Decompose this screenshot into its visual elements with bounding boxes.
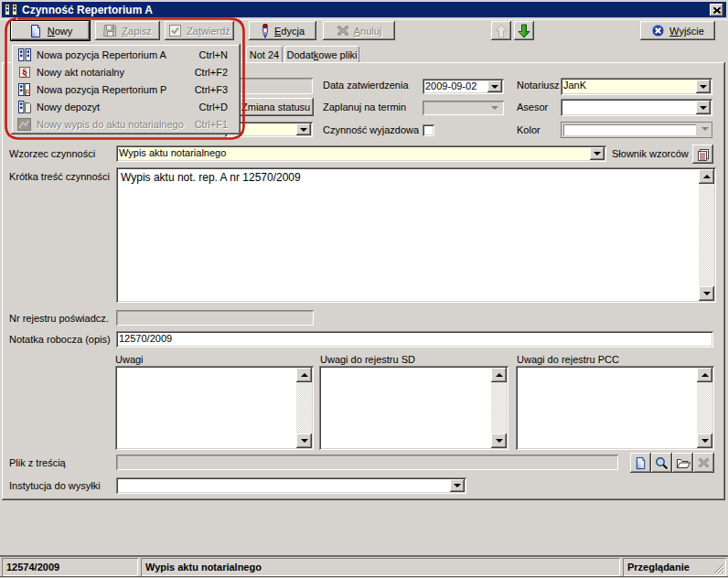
close-button[interactable]: [710, 4, 723, 16]
uwagi-pcc-label: Uwagi do rejestru PCC: [517, 354, 619, 365]
excerpt-icon: [16, 117, 32, 131]
uwagi-pcc-textarea[interactable]: [516, 366, 714, 450]
search-icon: [655, 456, 669, 470]
chevron-down-icon[interactable]: [590, 147, 605, 160]
uwagi-sd-label: Uwagi do rejestru SD: [320, 354, 415, 365]
instytucja-label: Instytucja do wysyłki: [9, 480, 101, 491]
data-zatwierdzenia-value: 2009-09-02: [425, 80, 476, 91]
scrollbar[interactable]: [491, 368, 507, 448]
exit-icon: [651, 24, 665, 37]
approve-button[interactable]: Zatwierdź: [165, 21, 234, 40]
krotka-label: Krótka treść czynności: [9, 171, 110, 182]
asesor-combo[interactable]: [561, 99, 712, 116]
arrow-up-icon: [495, 24, 508, 38]
plik-label: Plik z treścią: [9, 457, 66, 468]
scroll-up-icon[interactable]: [296, 368, 312, 382]
chevron-down-icon[interactable]: [296, 123, 311, 135]
exit-button-label: Wyjście: [669, 26, 704, 37]
statusbar-separator: [0, 555, 728, 557]
kolor-combo: [561, 122, 712, 138]
notatka-field[interactable]: 12570/2009: [116, 331, 713, 348]
notariusz-label: Notariusz: [517, 80, 559, 91]
new-document-icon: [634, 456, 648, 470]
slownik-button[interactable]: [692, 144, 713, 164]
menu-item-label: Nowy depozyt: [37, 102, 199, 112]
menu-item-nowa-pozycja-repertorium-p[interactable]: P Nowa pozycja Repertorium P Ctrl+F3: [13, 80, 239, 98]
move-up-button[interactable]: [491, 21, 511, 40]
krotka-textarea[interactable]: Wypis aktu not. rep. A nr 12570/2009: [116, 167, 716, 303]
uwagi-textarea[interactable]: [115, 366, 314, 450]
data-zatwierdzenia-combo[interactable]: 2009-09-02: [423, 79, 504, 94]
scroll-up-icon[interactable]: [699, 169, 714, 184]
edit-pen-icon: [261, 24, 270, 38]
save-button[interactable]: Zapisz: [95, 21, 160, 40]
cancel-button[interactable]: Anuluj: [323, 21, 395, 40]
asesor-label: Asesor: [517, 102, 548, 112]
toolbar-highlight: [0, 19, 728, 20]
open-file-button[interactable]: [672, 453, 693, 473]
scroll-down-icon[interactable]: [296, 434, 312, 448]
exit-button[interactable]: Wyjście: [640, 21, 715, 40]
approve-check-icon: [168, 24, 182, 37]
zaplanuj-combo: [423, 101, 504, 115]
menu-item-shortcut: Ctrl+F1: [195, 119, 228, 130]
wyjazdowa-checkbox[interactable]: [423, 124, 434, 136]
notatka-value: 12570/2009: [119, 333, 172, 344]
scroll-down-icon[interactable]: [491, 434, 507, 448]
scrollbar[interactable]: [697, 368, 712, 448]
zaplanuj-label: Zaplanuj na termin: [323, 102, 406, 112]
scroll-down-icon[interactable]: [697, 434, 712, 448]
window-title: Czynność Repertorium A: [22, 4, 153, 16]
menu-item-nowy-depozyt[interactable]: Nowy depozyt Ctrl+D: [13, 98, 239, 115]
save-icon: [103, 24, 117, 37]
scrollbar[interactable]: [699, 169, 714, 301]
kolor-label: Kolor: [517, 124, 541, 135]
cancel-x-icon: [337, 25, 349, 37]
menu-item-nowy-akt-notarialny[interactable]: § Nowy akt notarialny Ctrl+F2: [13, 63, 239, 80]
instytucja-combo[interactable]: [116, 477, 466, 494]
edit-button[interactable]: Edycja: [249, 21, 316, 40]
scrollbar[interactable]: [296, 368, 312, 448]
app-icon: [5, 4, 18, 16]
svg-text:§: §: [21, 66, 27, 79]
data-zatwierdzenia-label: Data zatwierdzenia: [323, 80, 409, 91]
dictionary-icon: [697, 148, 710, 161]
slownik-label: Słownik wzorców: [612, 148, 689, 159]
folder-open-icon: [676, 457, 691, 469]
chevron-down-icon[interactable]: [696, 80, 711, 93]
scroll-up-icon[interactable]: [697, 368, 712, 382]
notariusz-value: JanK: [563, 80, 586, 91]
statusbar-mode: Przeglądanie: [623, 558, 726, 576]
tab-dodatkowe-pliki[interactable]: Dodatkowe pliki: [284, 46, 359, 62]
menu-item-nowa-pozycja-repertorium-a[interactable]: Nowa pozycja Repertorium A Ctrl+N: [13, 46, 239, 63]
uwagi-sd-textarea[interactable]: [319, 366, 509, 450]
menu-item-nowy-wypis[interactable]: Nowy wypis do aktu notarialnego Ctrl+F1: [13, 115, 239, 133]
save-button-label: Zapisz: [122, 26, 151, 37]
nr-rejestru-field: [116, 310, 314, 326]
tab-not24-label: Not 24: [250, 49, 279, 60]
nr-rejestru-label: Nr rejestru poświadcz.: [9, 313, 109, 324]
new-button[interactable]: Nowy: [10, 20, 91, 41]
notariusz-combo[interactable]: JanK: [561, 78, 712, 95]
clear-file-button[interactable]: [693, 453, 714, 473]
scroll-up-icon[interactable]: [491, 368, 507, 382]
menu-item-label: Nowy akt notarialny: [37, 67, 195, 78]
repertorium-p-icon: P: [16, 82, 32, 96]
scroll-down-icon[interactable]: [699, 286, 714, 301]
tab-not24[interactable]: Not 24: [246, 46, 283, 62]
chevron-down-icon: [487, 102, 502, 113]
menu-item-label: Nowa pozycja Repertorium P: [37, 84, 195, 95]
new-button-label: Nowy: [48, 26, 73, 37]
notarial-act-icon: §: [16, 65, 32, 79]
view-file-button[interactable]: [651, 453, 672, 473]
menu-item-shortcut: Ctrl+F3: [195, 84, 228, 95]
chevron-down-icon[interactable]: [450, 479, 465, 492]
wzorzec-combo[interactable]: Wypis aktu notarialnego: [116, 145, 606, 162]
chevron-down-icon[interactable]: [696, 101, 711, 114]
move-down-button[interactable]: [514, 21, 534, 40]
statusbar-mode-text: Przeglądanie: [627, 562, 690, 573]
new-file-button[interactable]: [630, 453, 651, 473]
chevron-down-icon[interactable]: [487, 80, 502, 92]
menu-item-shortcut: Ctrl+N: [199, 49, 228, 60]
edit-button-label: Edycja: [274, 26, 305, 37]
